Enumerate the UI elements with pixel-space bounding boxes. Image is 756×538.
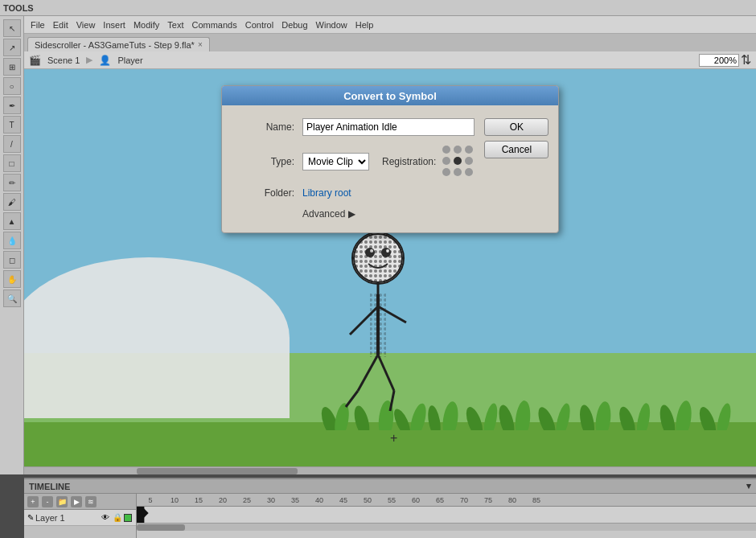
pen-tool[interactable]: ✒: [3, 97, 21, 114]
timeline-scrollbar[interactable]: [137, 523, 756, 531]
tab-label: Sidescroller - AS3GameTuts - Step 9.fla*: [35, 40, 195, 50]
frame-num-25: 25: [235, 496, 259, 504]
reg-dot-1[interactable]: [442, 146, 450, 154]
advanced-row[interactable]: Advanced ▶: [238, 208, 475, 220]
brush-tool[interactable]: 🖌: [3, 193, 21, 211]
frame-track[interactable]: [137, 507, 756, 523]
frame-num-80: 80: [500, 496, 524, 504]
nav-bar: 🎬 Scene 1 ▶ 👤 Player ⇅: [24, 51, 756, 69]
nav-scene[interactable]: Scene 1: [47, 55, 80, 65]
horizontal-scrollbar[interactable]: [24, 466, 756, 474]
add-folder-icon[interactable]: 📁: [56, 496, 68, 507]
frame-num-55: 55: [380, 496, 404, 504]
menu-window[interactable]: Window: [313, 20, 351, 30]
frame-num-35: 35: [283, 496, 307, 504]
frame-num-45: 45: [331, 496, 355, 504]
scrollbar-thumb[interactable]: [137, 468, 298, 474]
dialog-overlay: Convert to Symbol Name:: [24, 69, 756, 474]
frame-num-50: 50: [355, 496, 380, 504]
reg-dot-9[interactable]: [465, 168, 473, 176]
menu-view[interactable]: View: [73, 20, 99, 30]
zoom-stepper[interactable]: ⇅: [741, 52, 751, 68]
menu-text[interactable]: Text: [164, 20, 187, 30]
reg-dot-5[interactable]: [454, 157, 462, 165]
menu-modify[interactable]: Modify: [130, 20, 162, 30]
menu-control[interactable]: Control: [242, 20, 277, 30]
tools-panel: ↖ ↗ ⊞ ○ ✒ T / □ ✏ 🖌 ▲ 💧 ◻ ✋ 🔍: [0, 16, 24, 474]
reg-dot-2[interactable]: [454, 146, 462, 154]
layer-eye-icon[interactable]: 👁: [101, 513, 111, 523]
type-select[interactable]: Movie Clip Button Graphic: [302, 153, 369, 170]
delete-layer-icon[interactable]: -: [42, 496, 53, 507]
ok-button[interactable]: OK: [484, 118, 549, 136]
dialog-main-row: Name: Type: Movie Clip Button Graphic: [238, 118, 542, 220]
menu-edit[interactable]: Edit: [50, 20, 72, 30]
name-row: Name:: [238, 118, 475, 136]
fill-tool[interactable]: ▲: [3, 212, 21, 230]
motion-editor-icon[interactable]: ≋: [85, 496, 97, 507]
nav-separator: ▶: [86, 55, 92, 65]
file-tab[interactable]: Sidescroller - AS3GameTuts - Step 9.fla*…: [27, 37, 210, 51]
zoom-control[interactable]: ⇅: [699, 52, 751, 68]
name-input[interactable]: [302, 118, 475, 136]
dialog-title: Convert to Symbol: [343, 90, 437, 102]
zoom-input[interactable]: [699, 54, 739, 67]
eyedrop-tool[interactable]: 💧: [3, 232, 21, 249]
frame-num-70: 70: [452, 496, 476, 504]
timeline-scroll-thumb[interactable]: [137, 524, 185, 531]
eraser-tool[interactable]: ◻: [3, 251, 21, 269]
transform-tool[interactable]: ⊞: [3, 58, 21, 76]
timeline-body: + - 📁 ▶ ≋ ✎ Layer 1 👁 🔒 5 10 15 20 25: [24, 494, 756, 538]
keyframe-1[interactable]: [137, 507, 145, 523]
name-label: Name:: [238, 121, 302, 133]
rect-tool[interactable]: □: [3, 154, 21, 172]
timeline: TIMELINE ▾ + - 📁 ▶ ≋ ✎ Layer 1 👁 🔒: [24, 478, 756, 538]
folder-link[interactable]: Library root: [302, 187, 351, 199]
add-motion-icon[interactable]: ▶: [71, 496, 82, 507]
layer-outline-icon[interactable]: [124, 514, 132, 522]
timeline-label: TIMELINE: [29, 482, 70, 491]
frame-num-65: 65: [428, 496, 452, 504]
layer-name[interactable]: Layer 1: [35, 513, 101, 523]
timeline-collapse[interactable]: ▾: [746, 481, 751, 491]
convert-dialog: Convert to Symbol Name:: [221, 85, 559, 233]
reg-dot-7[interactable]: [442, 168, 450, 176]
arrow-tool[interactable]: ↖: [3, 19, 21, 37]
tab-close[interactable]: ×: [198, 40, 203, 49]
reg-dot-6[interactable]: [465, 157, 473, 165]
menu-debug[interactable]: Debug: [278, 20, 310, 30]
add-layer-icon[interactable]: +: [27, 496, 39, 507]
frame-num-40: 40: [307, 496, 331, 504]
cancel-button[interactable]: Cancel: [484, 141, 549, 158]
menu-help[interactable]: Help: [352, 20, 377, 30]
zoom-tool[interactable]: 🔍: [3, 290, 21, 307]
registration-grid[interactable]: [442, 146, 475, 178]
hand-tool[interactable]: ✋: [3, 270, 21, 288]
line-tool[interactable]: /: [3, 135, 21, 153]
frame-num-20: 20: [211, 496, 235, 504]
layers-panel: + - 📁 ▶ ≋ ✎ Layer 1 👁 🔒: [24, 494, 137, 538]
reg-dot-4[interactable]: [442, 157, 450, 165]
nav-scene-icon: 🎬: [29, 55, 41, 66]
pencil-tool[interactable]: ✏: [3, 174, 21, 191]
reg-dot-8[interactable]: [454, 168, 462, 176]
type-row: Type: Movie Clip Button Graphic Registra…: [238, 146, 475, 178]
folder-label: Folder:: [238, 187, 302, 199]
menu-file[interactable]: File: [27, 20, 48, 30]
text-tool[interactable]: T: [3, 116, 21, 133]
lasso-tool[interactable]: ○: [3, 77, 21, 95]
nav-player[interactable]: Player: [117, 55, 142, 65]
layer-lock-icon[interactable]: 🔒: [113, 513, 122, 523]
nav-player-icon: 👤: [99, 55, 111, 66]
subselect-tool[interactable]: ↗: [3, 39, 21, 56]
frame-num-60: 60: [404, 496, 428, 504]
frame-num-10: 10: [162, 496, 187, 504]
reg-dot-3[interactable]: [465, 146, 473, 154]
advanced-label: Advanced: [302, 208, 345, 220]
menu-commands[interactable]: Commands: [188, 20, 240, 30]
advanced-arrow-icon: ▶: [348, 208, 355, 220]
tab-bar: Sidescroller - AS3GameTuts - Step 9.fla*…: [24, 34, 756, 51]
menu-insert[interactable]: Insert: [100, 20, 129, 30]
frames-area: 5 10 15 20 25 30 35 40 45 50 55 60 65 70…: [137, 494, 756, 538]
folder-row: Folder: Library root: [238, 187, 475, 199]
